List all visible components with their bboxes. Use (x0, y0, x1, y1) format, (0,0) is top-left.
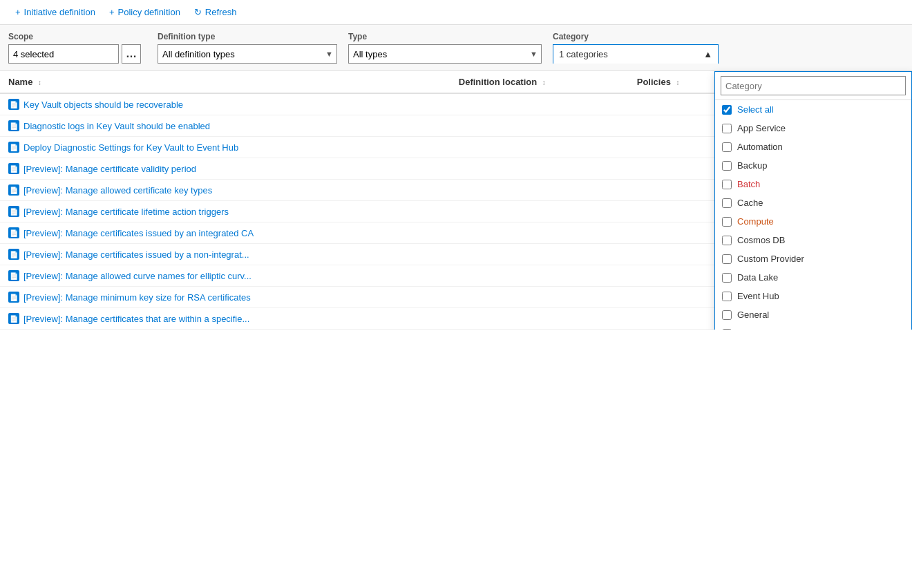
category-checkbox-app_service[interactable] (722, 124, 732, 133)
policy-icon: 📄 (8, 313, 19, 324)
category-dropdown: Select allApp ServiceAutomationBackupBat… (714, 71, 912, 330)
category-checkbox-event_hub[interactable] (722, 292, 732, 301)
category-item[interactable]: Select all (715, 100, 911, 119)
category-checkbox-automation[interactable] (722, 142, 732, 152)
type-filter-group: Type All types Policy Initiative ▼ (348, 32, 542, 64)
category-item[interactable]: Custom Provider (715, 249, 911, 268)
category-item[interactable]: Cache (715, 193, 911, 212)
policy-icon: 📄 (8, 163, 19, 174)
category-checkbox-guest_configuration[interactable] (722, 329, 732, 330)
category-chevron-icon: ▲ (703, 49, 712, 59)
policy-icon: 📄 (8, 120, 19, 131)
cell-definition-location (450, 222, 629, 244)
policy-name-link[interactable]: Deploy Diagnostic Settings for Key Vault… (23, 142, 238, 153)
policy-name-link[interactable]: Diagnostic logs in Key Vault should be e… (23, 121, 210, 131)
category-label-data_lake: Data Lake (737, 272, 778, 283)
policy-definition-label: Policy definition (118, 7, 180, 17)
col-name[interactable]: Name ↕ (0, 71, 450, 93)
initiative-definition-button[interactable]: + Initiative definition (8, 4, 102, 20)
category-label: Category (553, 32, 719, 41)
category-item[interactable]: Data Lake (715, 268, 911, 287)
cell-definition-location (450, 265, 629, 287)
definition-type-select-wrapper: All definition types Built-in Custom ▼ (158, 44, 337, 64)
main-area: Name ↕ Definition location ↕ Policies ↕ … (0, 71, 912, 330)
category-label-backup: Backup (737, 160, 767, 171)
cell-name: 📄 Deploy Diagnostic Settings for Key Vau… (0, 137, 450, 158)
definition-location-sort-icon: ↕ (542, 79, 546, 86)
col-definition-location[interactable]: Definition location ↕ (450, 71, 629, 93)
plus-icon-2: + (109, 7, 115, 17)
category-item[interactable]: App Service (715, 119, 911, 137)
cell-definition-location (450, 287, 629, 308)
policy-definition-button[interactable]: + Policy definition (102, 4, 187, 20)
scope-label: Scope (8, 32, 146, 41)
cell-name: 📄 Key Vault objects should be recoverabl… (0, 93, 450, 115)
type-select[interactable]: All types Policy Initiative (348, 44, 542, 64)
category-item[interactable]: Event Hub (715, 287, 911, 305)
category-checkbox-custom_provider[interactable] (722, 254, 732, 264)
category-item[interactable]: General (715, 305, 911, 324)
policy-name-link[interactable]: [Preview]: Manage allowed curve names fo… (23, 271, 251, 281)
category-label-select_all: Select all (737, 104, 774, 115)
category-filter-group: Category 1 categories ▲ (553, 32, 719, 64)
category-label-general: General (737, 310, 769, 320)
refresh-button[interactable]: ↻ Refresh (187, 4, 244, 20)
type-select-wrapper: All types Policy Initiative ▼ (348, 44, 542, 64)
category-checkbox-compute[interactable] (722, 217, 732, 227)
category-item[interactable]: Cosmos DB (715, 231, 911, 249)
category-label-cosmos_db: Cosmos DB (737, 235, 785, 245)
category-item[interactable]: Backup (715, 156, 911, 175)
category-checkbox-cosmos_db[interactable] (722, 236, 732, 245)
category-item[interactable]: Guest Configuration (715, 324, 911, 330)
type-label: Type (348, 32, 542, 41)
policy-icon: 📄 (8, 270, 19, 281)
cell-name: 📄 [Preview]: Manage allowed certificate … (0, 180, 450, 201)
scope-input[interactable] (8, 44, 119, 64)
category-label-custom_provider: Custom Provider (737, 254, 804, 264)
category-item[interactable]: Batch (715, 175, 911, 193)
scope-filter-group: Scope … (8, 32, 146, 64)
scope-ellipsis-button[interactable]: … (122, 44, 141, 64)
category-checkbox-data_lake[interactable] (722, 273, 732, 283)
policy-icon: 📄 (8, 206, 19, 217)
cell-definition-location (450, 93, 629, 115)
category-list: Select allApp ServiceAutomationBackupBat… (715, 100, 911, 330)
policy-icon: 📄 (8, 249, 19, 260)
policy-name-link[interactable]: [Preview]: Manage certificates issued by… (23, 249, 249, 260)
category-label-app_service: App Service (737, 123, 786, 133)
cell-definition-location (450, 180, 629, 201)
cell-definition-location (450, 244, 629, 265)
toolbar: + Initiative definition + Policy definit… (0, 0, 912, 25)
cell-definition-location (450, 308, 629, 330)
policy-name-link[interactable]: Key Vault objects should be recoverable (23, 99, 183, 110)
cell-name: 📄 [Preview]: Manage certificates issued … (0, 244, 450, 265)
policy-name-link[interactable]: [Preview]: Manage certificate validity p… (23, 164, 196, 174)
category-checkbox-cache[interactable] (722, 198, 732, 208)
initiative-definition-label: Initiative definition (24, 7, 95, 17)
policies-sort-icon: ↕ (676, 79, 679, 86)
cell-name: 📄 [Preview]: Manage minimum key size for… (0, 287, 450, 308)
category-label-cache: Cache (737, 198, 763, 208)
policy-name-link[interactable]: [Preview]: Manage certificate lifetime a… (23, 207, 229, 217)
scope-input-row: … (8, 44, 146, 64)
policy-icon: 📄 (8, 99, 19, 110)
category-item[interactable]: Automation (715, 137, 911, 156)
category-checkbox-general[interactable] (722, 310, 732, 320)
policy-name-link[interactable]: [Preview]: Manage allowed certificate ke… (23, 185, 212, 196)
cell-name: 📄 [Preview]: Manage certificate validity… (0, 158, 450, 180)
policy-name-link[interactable]: [Preview]: Manage minimum key size for R… (23, 292, 251, 303)
policy-icon: 📄 (8, 142, 19, 153)
category-checkbox-backup[interactable] (722, 161, 732, 171)
category-label-compute: Compute (737, 216, 774, 227)
category-item[interactable]: Compute (715, 212, 911, 231)
category-checkbox-select_all[interactable] (722, 105, 732, 115)
category-checkbox-batch[interactable] (722, 180, 732, 189)
category-search-input[interactable] (721, 76, 906, 95)
category-label-automation: Automation (737, 142, 783, 152)
policy-name-link[interactable]: [Preview]: Manage certificates that are … (23, 314, 249, 324)
category-dropdown-button[interactable]: 1 categories ▲ (553, 44, 719, 64)
definition-type-select[interactable]: All definition types Built-in Custom (158, 44, 337, 64)
policy-icon: 📄 (8, 227, 19, 238)
policy-name-link[interactable]: [Preview]: Manage certificates issued by… (23, 228, 254, 238)
cell-definition-location (450, 137, 629, 158)
